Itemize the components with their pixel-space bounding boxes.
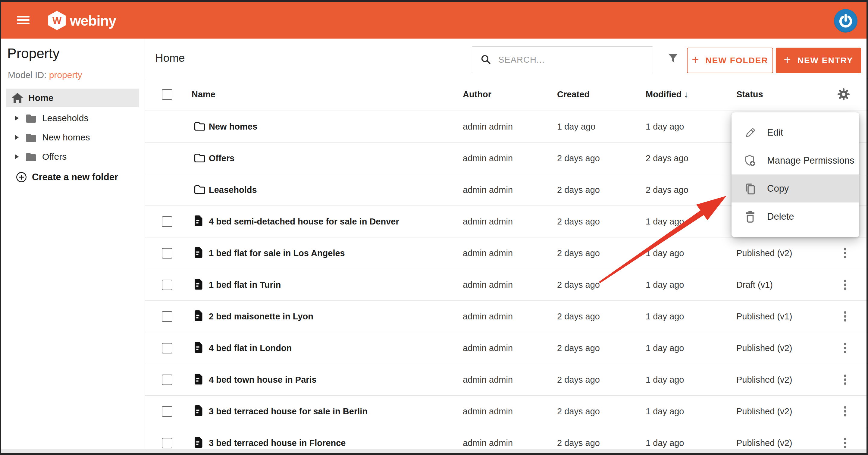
folder-icon: [25, 133, 36, 142]
chevron-right-icon[interactable]: [15, 154, 19, 159]
create-new-folder-button[interactable]: Create a new folder: [16, 169, 118, 186]
brand-wordmark: webiny: [70, 12, 116, 29]
row-created: 2 days ago: [557, 185, 600, 195]
folder-icon: [194, 185, 205, 195]
row-modified: 1 day ago: [646, 406, 684, 417]
kebab-menu-icon[interactable]: [842, 371, 848, 388]
table-row[interactable]: 1 bed flat in Turin admin admin 2 days a…: [145, 269, 867, 301]
row-status: Published (v2): [736, 248, 792, 258]
row-modified: 1 day ago: [646, 343, 684, 353]
kebab-menu-icon[interactable]: [842, 340, 848, 357]
chevron-right-icon[interactable]: [15, 116, 19, 121]
column-header-status[interactable]: Status: [736, 90, 763, 99]
row-name[interactable]: Leaseholds: [209, 185, 257, 195]
sidebar-folder-label: Offers: [42, 152, 67, 162]
modified-label: Modified: [646, 90, 682, 99]
power-icon: [838, 13, 853, 28]
user-avatar[interactable]: [834, 9, 858, 33]
document-icon: [194, 436, 203, 450]
row-status: Published (v2): [736, 406, 792, 417]
row-status: Published (v2): [736, 343, 792, 353]
row-context-menu: Edit: [732, 112, 859, 237]
row-modified: 1 day ago: [646, 311, 684, 322]
model-title: Property: [7, 45, 60, 61]
hamburger-menu-icon[interactable]: [17, 16, 30, 24]
gear-icon[interactable]: [837, 88, 850, 101]
sidebar-folder-leaseholds[interactable]: Leaseholds: [1, 109, 145, 128]
row-created: 2 days ago: [557, 280, 600, 290]
row-status: Published (v1): [736, 311, 792, 322]
plus-icon: +: [784, 53, 791, 67]
row-name[interactable]: Offers: [209, 153, 235, 163]
folder-icon: [194, 153, 205, 163]
row-modified: 1 day ago: [646, 217, 684, 226]
row-name[interactable]: 3 bed terraced house for sale in Berlin: [209, 406, 368, 417]
kebab-menu-icon[interactable]: [842, 276, 848, 293]
row-status: Draft (v1): [736, 280, 773, 290]
sidebar-item-home[interactable]: Home: [6, 89, 139, 107]
row-author: admin admin: [463, 185, 513, 195]
kebab-menu-icon[interactable]: [842, 308, 848, 325]
row-name[interactable]: 4 bed town house in Paris: [209, 375, 317, 385]
row-status: Published (v2): [736, 375, 792, 385]
sidebar-folder-new-homes[interactable]: New homes: [1, 128, 145, 147]
new-folder-button[interactable]: + NEW FOLDER: [687, 48, 773, 73]
new-entry-label: NEW ENTRY: [798, 56, 853, 65]
document-icon: [194, 310, 203, 323]
row-name[interactable]: 4 bed flat in London: [209, 343, 292, 353]
row-name[interactable]: New homes: [209, 122, 257, 132]
chevron-right-icon[interactable]: [15, 135, 19, 140]
row-modified: 1 day ago: [646, 375, 684, 385]
column-header-author[interactable]: Author: [463, 90, 491, 99]
kebab-menu-icon[interactable]: [842, 403, 848, 420]
horizontal-scrollbar-track[interactable]: [1, 449, 867, 453]
context-menu-item[interactable]: Delete: [732, 203, 859, 231]
kebab-menu-icon[interactable]: [842, 245, 848, 262]
row-checkbox[interactable]: [162, 406, 172, 417]
row-name[interactable]: 1 bed flat for sale in Los Angeles: [209, 248, 345, 258]
document-icon: [194, 373, 203, 386]
row-name[interactable]: 3 bed terraced house in Florence: [209, 438, 346, 448]
context-menu-item[interactable]: Manage Permissions: [732, 147, 859, 175]
search-input[interactable]: [498, 55, 653, 65]
model-id-line: Model ID: property: [8, 70, 82, 80]
row-checkbox[interactable]: [162, 438, 172, 448]
filter-icon[interactable]: [668, 53, 679, 64]
table-row[interactable]: 1 bed flat for sale in Los Angeles admin…: [145, 238, 867, 269]
sidebar-folder-offers[interactable]: Offers: [1, 147, 145, 166]
table-header: Name Author Created Modified ↓ Status: [145, 78, 867, 111]
row-name[interactable]: 2 bed maisonette in Lyon: [209, 311, 313, 322]
select-all-checkbox[interactable]: [162, 89, 172, 100]
copy-icon: [744, 182, 757, 195]
row-checkbox[interactable]: [162, 280, 172, 290]
new-entry-button[interactable]: + NEW ENTRY: [776, 48, 861, 73]
document-icon: [194, 405, 203, 418]
column-header-modified[interactable]: Modified ↓: [646, 90, 688, 99]
context-menu-item[interactable]: Edit: [732, 118, 859, 147]
row-author: admin admin: [463, 122, 513, 132]
search-box[interactable]: [472, 47, 653, 73]
context-menu-item-label: Edit: [767, 127, 783, 138]
document-icon: [194, 342, 203, 355]
row-author: admin admin: [463, 248, 513, 258]
column-header-name[interactable]: Name: [192, 90, 215, 99]
row-modified: 1 day ago: [646, 248, 684, 258]
row-checkbox[interactable]: [162, 374, 172, 385]
context-menu-item[interactable]: Copy: [732, 175, 859, 203]
row-modified: 2 days ago: [646, 185, 688, 195]
row-checkbox[interactable]: [162, 216, 172, 227]
row-checkbox[interactable]: [162, 343, 172, 354]
row-checkbox[interactable]: [162, 248, 172, 259]
column-header-created[interactable]: Created: [557, 90, 590, 99]
table-row[interactable]: 4 bed flat in London admin admin 2 days …: [145, 332, 867, 364]
row-name[interactable]: 1 bed flat in Turin: [209, 280, 281, 290]
row-name[interactable]: 4 bed semi-detached house for sale in De…: [209, 217, 399, 226]
plus-icon: +: [692, 53, 699, 67]
row-status: Published (v2): [736, 438, 792, 448]
sidebar-folder-label: Leaseholds: [42, 113, 88, 123]
table-row[interactable]: 4 bed town house in Paris admin admin 2 …: [145, 364, 867, 396]
sidebar-folder-label: New homes: [42, 132, 90, 143]
row-checkbox[interactable]: [162, 311, 172, 322]
table-row[interactable]: 3 bed terraced house for sale in Berlin …: [145, 396, 867, 427]
table-row[interactable]: 2 bed maisonette in Lyon admin admin 2 d…: [145, 301, 867, 332]
